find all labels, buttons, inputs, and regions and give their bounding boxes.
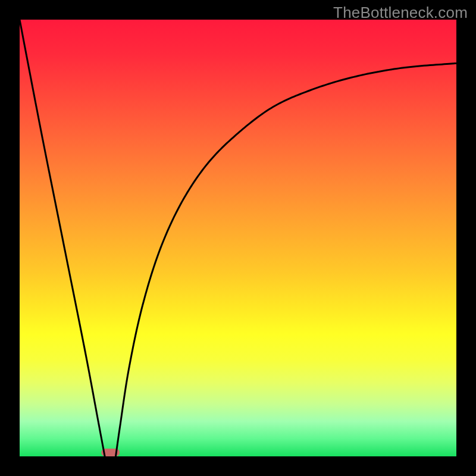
chart-svg bbox=[20, 20, 456, 456]
chart-frame: TheBottleneck.com bbox=[0, 0, 476, 476]
watermark-text: TheBottleneck.com bbox=[333, 4, 468, 22]
plot-area bbox=[20, 20, 456, 456]
series-left-descent bbox=[20, 20, 105, 456]
series-right-curve bbox=[115, 63, 456, 456]
